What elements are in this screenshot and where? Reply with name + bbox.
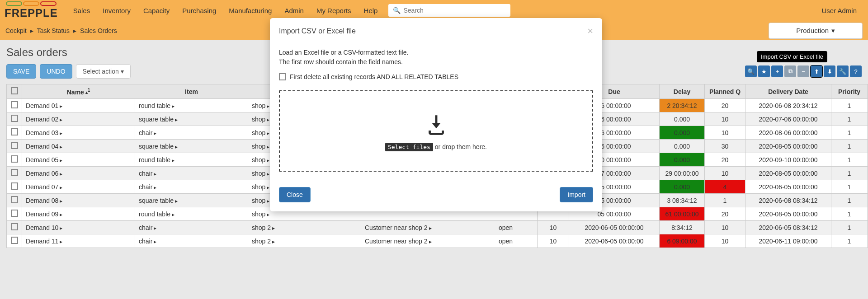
drop-here-label: or drop them here. [435,143,487,150]
import-confirm-button[interactable]: Import [560,187,593,202]
modal-message-line1: Load an Excel file or a CSV-formatted te… [279,48,593,57]
modal-close-button[interactable]: × [587,25,593,37]
file-dropzone[interactable]: Select files or drop them here. [279,90,593,172]
modal-title: Import CSV or Excel file [279,27,356,35]
modal-body: Load an Excel file or a CSV-formatted te… [270,44,602,180]
modal-footer: Close Import [270,180,602,211]
close-button[interactable]: Close [279,187,311,202]
select-files-button[interactable]: Select files [385,143,433,151]
delete-first-option[interactable]: First delete all existing records AND AL… [279,73,593,80]
checkbox-icon[interactable] [279,73,286,80]
modal-message-line2: The first row should contain the field n… [279,57,593,67]
modal-message: Load an Excel file or a CSV-formatted te… [279,48,593,67]
import-modal: Import CSV or Excel file × Load an Excel… [270,18,602,211]
download-into-tray-icon [423,112,449,140]
delete-first-label: First delete all existing records AND AL… [290,73,458,80]
modal-header: Import CSV or Excel file × [270,18,602,44]
dropzone-text: Select files or drop them here. [385,143,487,150]
close-icon: × [587,25,593,37]
